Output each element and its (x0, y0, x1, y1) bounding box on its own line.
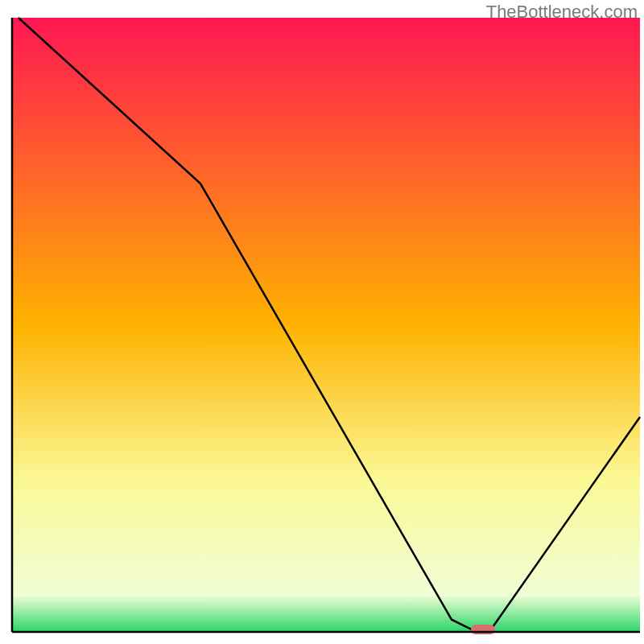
chart-svg (0, 0, 644, 644)
bottleneck-chart: TheBottleneck.com (0, 0, 644, 644)
plot-background (12, 18, 640, 632)
watermark-text: TheBottleneck.com (486, 2, 638, 23)
